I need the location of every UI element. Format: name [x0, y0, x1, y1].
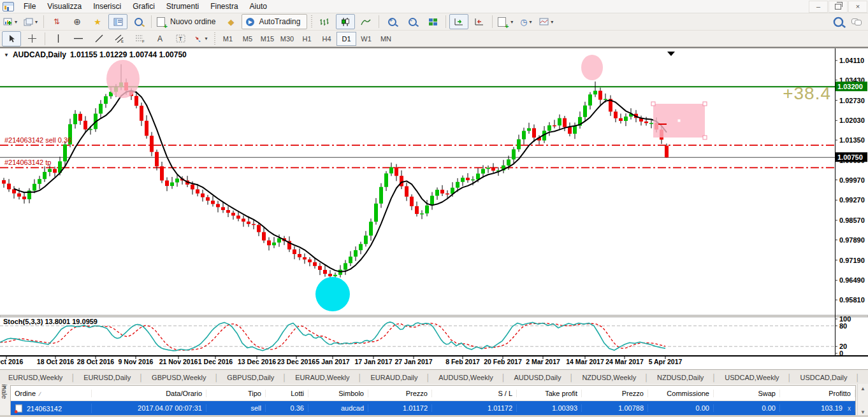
column-header-ordine[interactable]: Ordine∕: [11, 390, 92, 397]
auto-scroll-button[interactable]: [449, 14, 468, 29]
candlestick-type-button[interactable]: [336, 14, 355, 29]
autotrading-button[interactable]: ▶ AutoTrading: [242, 14, 307, 29]
periods-button[interactable]: ◷ ▾: [516, 14, 535, 29]
column-header-prezzo[interactable]: Prezzo: [582, 390, 648, 397]
tab-euraud-daily[interactable]: EURAUD,Daily: [362, 372, 426, 383]
column-header-simbolo[interactable]: Simbolo: [308, 390, 368, 397]
timeframe-m1[interactable]: M1: [218, 32, 238, 46]
tab-eurusd-daily[interactable]: EURUSD,Daily: [75, 372, 139, 383]
close-button[interactable]: ×: [848, 1, 867, 13]
tab-audusd-weekly[interactable]: AUDUSD,Weekly: [430, 372, 501, 383]
strategy-tester-button[interactable]: [129, 14, 148, 29]
order-cell-profitto: 103.19x: [780, 404, 855, 412]
menu-inserisci[interactable]: Inserisci: [87, 1, 127, 12]
column-header-profitto[interactable]: Profitto: [780, 390, 855, 397]
tab-nzdusd-weekly[interactable]: NZDUSD,Weekly: [574, 372, 644, 383]
column-header-commissione[interactable]: Commissione: [648, 390, 714, 397]
date-tick-label: 5 Jan 2017: [315, 358, 349, 365]
scroll-up-icon[interactable]: ▲: [860, 386, 865, 392]
horizontal-line-tool-button[interactable]: [69, 31, 88, 46]
search-icon[interactable]: [834, 17, 844, 27]
tab-eurusd-weekly[interactable]: EURUSD,Weekly: [0, 372, 71, 383]
menu-aiuto[interactable]: Aiuto: [244, 1, 273, 12]
timeframe-mn[interactable]: MN: [376, 32, 396, 46]
line-chart-type-button[interactable]: [356, 14, 375, 29]
restore-button[interactable]: [828, 1, 848, 13]
timeframe-w1[interactable]: W1: [356, 32, 376, 46]
tab-separator: │: [139, 374, 143, 381]
menu-finestra[interactable]: Finestra: [205, 1, 243, 12]
navigator-button[interactable]: ★: [88, 14, 107, 29]
new-chart-button[interactable]: ▾: [1, 14, 20, 29]
data-window-button[interactable]: ⊕: [68, 14, 87, 29]
tab-audusd-daily[interactable]: AUDUSD,Daily: [506, 372, 570, 383]
svg-text:0.95810: 0.95810: [839, 296, 865, 304]
column-header-lotti[interactable]: Lotti: [266, 390, 308, 397]
indicators-button[interactable]: + ▾: [496, 14, 515, 29]
column-header-take-profit[interactable]: Take profit: [517, 390, 582, 397]
tab-gbpusd-daily[interactable]: GBPUSD,Daily: [219, 372, 282, 383]
trendline-tool-button[interactable]: [89, 31, 108, 46]
menu-strumenti[interactable]: Strumenti: [161, 1, 205, 12]
timeframe-h4[interactable]: H4: [317, 32, 336, 46]
date-tick-label: 2 Mar 2017: [526, 358, 560, 365]
toolbar-grip[interactable]: [310, 15, 313, 28]
column-header-swap[interactable]: Swap: [714, 390, 780, 397]
column-header-prezzo[interactable]: Prezzo: [368, 390, 432, 397]
equidistant-channel-tool-button[interactable]: E: [110, 31, 129, 46]
toolbar-separator: [151, 15, 152, 28]
profiles-button[interactable]: ▾: [21, 14, 40, 29]
new-order-label: Nuovo ordine: [170, 17, 215, 26]
metaeditor-button[interactable]: ◆: [221, 14, 240, 29]
menu-grafici[interactable]: Grafici: [127, 1, 161, 12]
tab-usdcad-daily[interactable]: USDCAD,Daily: [792, 372, 855, 383]
crosshair-target-icon: ⊕: [73, 17, 81, 27]
date-tick-label: 13 Dec 2016: [238, 358, 276, 365]
menu-file[interactable]: File: [18, 1, 41, 12]
zoom-in-button[interactable]: +: [382, 14, 401, 29]
timeframe-m15[interactable]: M15: [257, 32, 277, 46]
text-label-tool-button[interactable]: T: [171, 31, 190, 46]
timeframe-m30[interactable]: M30: [277, 32, 297, 46]
column-header-data-orario[interactable]: Data/Orario: [92, 390, 206, 397]
arrows-tool-button[interactable]: ▾: [191, 31, 210, 46]
terminal-side-label[interactable]: Terminale: [1, 384, 8, 417]
close-position-icon[interactable]: x: [848, 405, 851, 412]
svg-text:0: 0: [839, 350, 843, 357]
svg-text:F: F: [142, 39, 145, 43]
terminal-scrollbar[interactable]: ▲ ▼: [857, 384, 868, 417]
bar-chart-type-button[interactable]: [315, 14, 335, 29]
tab-euraud-weekly[interactable]: EURAUD,Weekly: [287, 372, 358, 383]
terminal-toggle-button[interactable]: [108, 14, 127, 29]
minimize-button[interactable]: –: [809, 1, 828, 13]
scroll-down-icon[interactable]: ▼: [860, 409, 865, 415]
column-header-tipo[interactable]: Tipo: [206, 390, 266, 397]
vertical-line-tool-button[interactable]: [48, 31, 68, 46]
new-order-button[interactable]: + Nuovo ordine: [155, 14, 220, 29]
tab-gbpusd-weekly[interactable]: GBPUSD,Weekly: [143, 372, 214, 383]
column-header-s-l[interactable]: S / L: [432, 390, 517, 397]
community-chat-icon[interactable]: [851, 18, 862, 25]
toolbar-separator: [43, 15, 44, 28]
cursor-tool-button[interactable]: [2, 31, 21, 46]
tab-usdjpy-weekly[interactable]: USDJPY,Weekly: [860, 372, 868, 383]
order-row[interactable]: 2140631422017.04.07 00:07:31sell0.36audc…: [11, 401, 855, 415]
tab-usdcad-weekly[interactable]: USDCAD,Weekly: [716, 372, 787, 383]
timeframe-h1[interactable]: H1: [297, 32, 317, 46]
tab-nzdusd-daily[interactable]: NZDUSD,Daily: [649, 372, 712, 383]
chart-dropdown-icon[interactable]: ▼: [4, 52, 9, 58]
toolbar-grip[interactable]: [213, 32, 216, 45]
fibonacci-tool-button[interactable]: F: [130, 31, 149, 46]
market-watch-button[interactable]: ⇅: [47, 14, 66, 29]
zoom-out-button[interactable]: -: [403, 14, 422, 29]
crosshair-tool-button[interactable]: [22, 31, 41, 46]
price-chart[interactable]: 1.041101.034301.027301.020301.013501.006…: [0, 48, 868, 370]
text-tool-button[interactable]: A: [150, 31, 170, 46]
templates-button[interactable]: ▾: [537, 14, 556, 29]
tile-windows-button[interactable]: [423, 14, 442, 29]
menu-visualizza[interactable]: Visualizza: [41, 1, 87, 12]
timeframe-d1[interactable]: D1: [336, 32, 356, 46]
dropdown-caret-icon: ▾: [530, 19, 532, 25]
timeframe-m5[interactable]: M5: [238, 32, 257, 46]
chart-shift-button[interactable]: [470, 14, 489, 29]
